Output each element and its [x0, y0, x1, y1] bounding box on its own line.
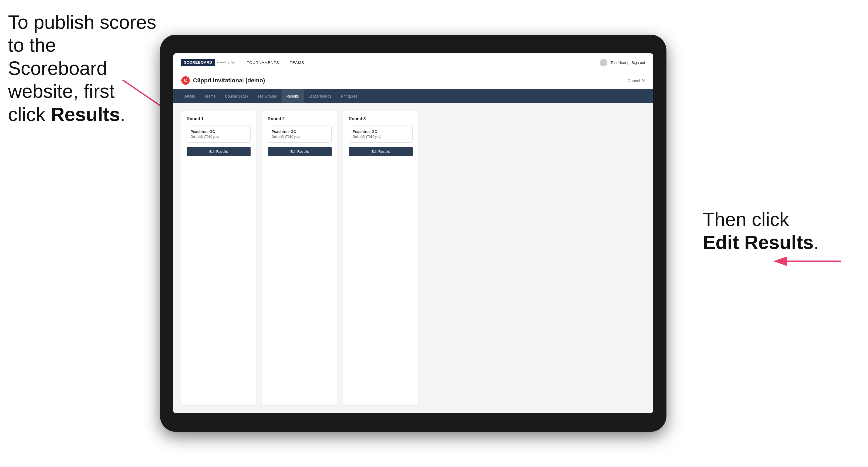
round-2-course-details: Gold (M) (7010 yds): [272, 135, 328, 138]
round-3-course-name: Peachtree GC: [353, 129, 409, 134]
round-2-course-card: Peachtree GC Gold (M) (7010 yds): [268, 126, 332, 143]
close-icon: ✕: [642, 78, 645, 83]
tab-course-setup[interactable]: Course Setup: [220, 89, 253, 103]
nav-teams[interactable]: TEAMS: [290, 60, 304, 65]
cancel-button[interactable]: Cancel ✕: [627, 78, 645, 83]
nav-right: Test User | Sign out: [600, 59, 645, 66]
logo-area: SCOREBOARD Powered by clippd: [181, 59, 236, 66]
logo-subtitle: Powered by clippd: [216, 61, 236, 64]
round-3-title: Round 3: [349, 117, 413, 121]
round-1-card: Round 1 Peachtree GC Gold (M) (7010 yds)…: [181, 111, 256, 405]
tournament-name: Clippd Invitational (demo): [193, 77, 265, 84]
content-area: Round 1 Peachtree GC Gold (M) (7010 yds)…: [173, 103, 653, 413]
nav-items: TOURNAMENTS TEAMS: [247, 60, 600, 65]
round-1-title: Round 1: [187, 117, 251, 121]
arrow-to-edit-results: [660, 240, 847, 283]
round-2-course-name: Peachtree GC: [272, 129, 328, 134]
round-3-course-details: Gold (M) (7010 yds): [353, 135, 409, 138]
tournament-header: C Clippd Invitational (demo) Cancel ✕: [173, 72, 653, 89]
tournament-title-row: C Clippd Invitational (demo): [181, 76, 265, 85]
tab-bar: Details Teams Course Setup Tee Groups Re…: [173, 89, 653, 103]
user-avatar: [600, 59, 607, 66]
user-name: Test User |: [611, 61, 628, 65]
round-3-card: Round 3 Peachtree GC Gold (M) (7010 yds)…: [343, 111, 418, 405]
round-2-title: Round 2: [268, 117, 332, 121]
round-1-edit-results-button[interactable]: Edit Results: [187, 147, 251, 156]
sign-out-link[interactable]: Sign out: [631, 61, 645, 65]
tablet-screen: SCOREBOARD Powered by clippd TOURNAMENTS…: [173, 53, 653, 413]
tab-printables[interactable]: Printables: [336, 89, 362, 103]
tab-results[interactable]: Results: [281, 89, 304, 103]
round-2-edit-results-button[interactable]: Edit Results: [268, 147, 332, 156]
round-1-course-card: Peachtree GC Gold (M) (7010 yds): [187, 126, 251, 143]
scoreboard-logo: SCOREBOARD: [181, 59, 215, 66]
tablet-device: SCOREBOARD Powered by clippd TOURNAMENTS…: [160, 35, 666, 432]
round-2-card: Round 2 Peachtree GC Gold (M) (7010 yds)…: [262, 111, 337, 405]
nav-tournaments[interactable]: TOURNAMENTS: [247, 60, 279, 65]
tab-leaderboards[interactable]: Leaderboards: [304, 89, 336, 103]
top-navigation: SCOREBOARD Powered by clippd TOURNAMENTS…: [173, 53, 653, 72]
round-1-course-name: Peachtree GC: [191, 129, 247, 134]
round-3-edit-results-button[interactable]: Edit Results: [349, 147, 413, 156]
tab-tee-groups[interactable]: Tee Groups: [253, 89, 281, 103]
round-3-course-card: Peachtree GC Gold (M) (7010 yds): [349, 126, 413, 143]
tab-teams[interactable]: Teams: [200, 89, 220, 103]
round-1-course-details: Gold (M) (7010 yds): [191, 135, 247, 138]
tab-details[interactable]: Details: [179, 89, 200, 103]
tournament-icon: C: [181, 76, 190, 85]
